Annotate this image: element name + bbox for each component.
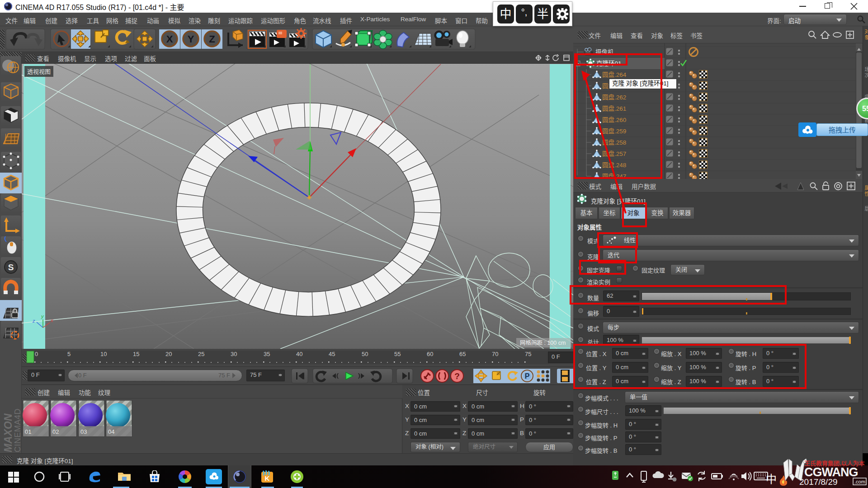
svg-text:圆盘.264: 圆盘.264: [602, 71, 627, 78]
svg-text:40: 40: [296, 351, 302, 357]
svg-text:65: 65: [459, 351, 466, 357]
svg-text:圆盘.262: 圆盘.262: [602, 94, 626, 101]
svg-text:圆盘.257: 圆盘.257: [602, 150, 626, 157]
svg-text:CINEMA4D: CINEMA4D: [13, 408, 22, 452]
svg-text:王氏教育集团,以人为本: 王氏教育集团,以人为本: [804, 460, 865, 467]
svg-text:S: S: [8, 263, 14, 272]
svg-text:0: 0: [35, 351, 38, 357]
svg-text:P: P: [525, 372, 530, 380]
svg-text:25: 25: [198, 351, 204, 357]
svg-text:x: x: [50, 318, 53, 323]
svg-text:20: 20: [165, 351, 172, 357]
svg-text:MAXON: MAXON: [2, 413, 14, 452]
svg-text:70: 70: [492, 351, 498, 357]
svg-text:04: 04: [108, 428, 114, 435]
svg-text:60: 60: [427, 351, 433, 357]
svg-text:01: 01: [25, 428, 31, 435]
svg-text:克隆环01: 克隆环01: [596, 60, 622, 67]
svg-text:35: 35: [264, 351, 270, 357]
svg-text:15: 15: [133, 351, 139, 357]
svg-text:?: ?: [454, 371, 460, 381]
svg-text:02: 02: [52, 428, 59, 435]
svg-text:圆盘.248: 圆盘.248: [602, 161, 626, 169]
svg-text:Z: Z: [209, 33, 215, 45]
svg-text:K: K: [265, 474, 270, 482]
svg-text:Y: Y: [188, 33, 194, 45]
svg-text:圆盘.260: 圆盘.260: [602, 116, 626, 123]
svg-text:75: 75: [525, 351, 531, 357]
svg-text:圆盘.258: 圆盘.258: [602, 139, 626, 146]
svg-text:55: 55: [394, 351, 401, 357]
svg-text:圆盘.259: 圆盘.259: [602, 127, 626, 135]
svg-text:X: X: [166, 33, 173, 45]
svg-text:圆盘.261: 圆盘.261: [602, 105, 626, 112]
svg-text:03: 03: [80, 428, 87, 435]
svg-text:圆盘.247: 圆盘.247: [602, 173, 626, 179]
svg-text:5: 5: [67, 351, 71, 357]
svg-text:10: 10: [100, 351, 107, 357]
svg-text:网格间距 : 100 cm: 网格间距 : 100 cm: [520, 339, 566, 346]
svg-text:.com: .com: [854, 479, 865, 484]
svg-text:z: z: [32, 318, 35, 324]
svg-text:摄像机: 摄像机: [595, 49, 614, 56]
svg-text:透视视图: 透视视图: [27, 68, 51, 75]
svg-text:45: 45: [329, 351, 335, 357]
svg-text:50: 50: [362, 351, 368, 357]
svg-text:30: 30: [231, 351, 237, 357]
